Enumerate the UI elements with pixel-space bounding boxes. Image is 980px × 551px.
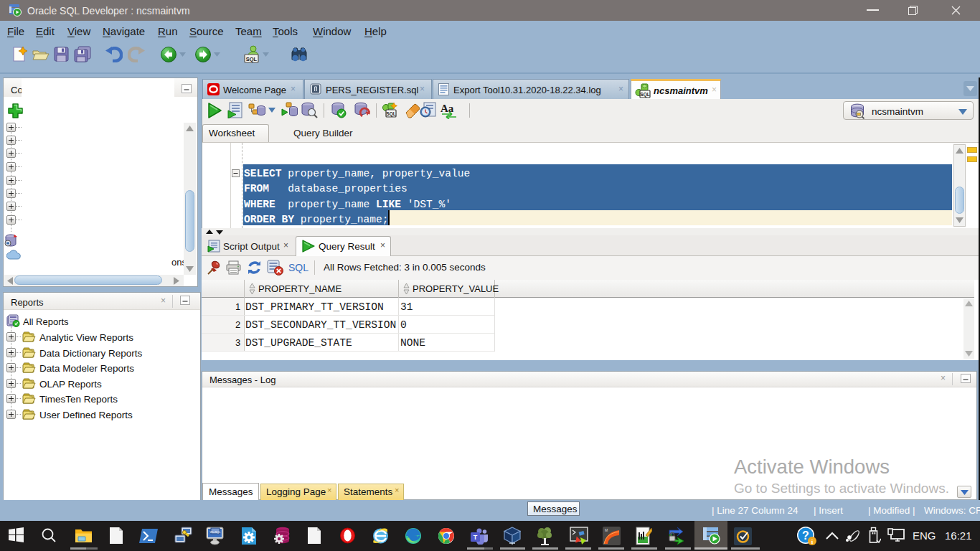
svg-text:SQL: SQL [640,92,649,98]
svg-text:SQL: SQL [386,111,395,117]
svg-text:Aa: Aa [440,103,454,114]
svg-text:M: M [605,528,608,532]
svg-text:T: T [473,534,478,541]
svg-text:SQL: SQL [246,56,258,62]
svg-text:WinSQL: WinSQL [210,530,222,534]
